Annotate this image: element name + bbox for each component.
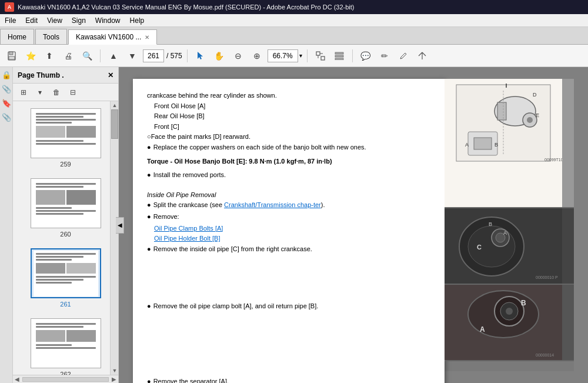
bullet-remove: ● Remove: bbox=[147, 212, 430, 222]
thumb-label-260: 260 bbox=[60, 231, 71, 238]
svg-text:B: B bbox=[489, 221, 492, 227]
main-area: 🔒 📎 🔖 📎 Page Thumb . ✕ ⊞ ▾ 🗑 ⊟ bbox=[0, 67, 588, 383]
scroll-thumb[interactable] bbox=[111, 109, 118, 139]
upload-button[interactable]: ⬆ bbox=[41, 48, 58, 64]
menu-sign[interactable]: Sign bbox=[67, 14, 91, 26]
highlight-button[interactable]: ✏ bbox=[376, 48, 393, 64]
markup-button[interactable] bbox=[395, 48, 412, 64]
share-button[interactable] bbox=[414, 48, 430, 64]
sidebar-header: Page Thumb . ✕ bbox=[13, 67, 118, 84]
document-view[interactable]: crankcase behind the rear cylinder as sh… bbox=[119, 67, 588, 383]
h-scroll-right[interactable]: ▶ bbox=[110, 375, 118, 384]
thumb-delete-button[interactable]: 🗑 bbox=[49, 86, 64, 99]
svg-point-27 bbox=[468, 226, 515, 267]
thumbnail-259[interactable]: 259 bbox=[13, 106, 118, 170]
tab-home-label: Home bbox=[8, 33, 26, 41]
tab-document[interactable]: Kawasaki VN1600 ... ✕ bbox=[68, 29, 157, 45]
bullet-split-crankcase: ● Split the crankcase (see Crankshaft/Tr… bbox=[147, 200, 430, 211]
menu-window[interactable]: Window bbox=[91, 14, 125, 26]
scroll-mode-button[interactable] bbox=[331, 48, 348, 64]
thumb-options-button[interactable]: ▾ bbox=[33, 86, 47, 99]
thumb-replace-button[interactable]: ⊟ bbox=[66, 86, 80, 99]
tab-home[interactable]: Home bbox=[0, 29, 34, 44]
next-page-button[interactable]: ▼ bbox=[124, 48, 141, 64]
thumb-img-262 bbox=[31, 318, 101, 368]
text-crankcase: crankcase behind the rear cylinder as sh… bbox=[147, 91, 430, 101]
bookmarks-icon[interactable]: 🔖 bbox=[1, 98, 12, 108]
zoom-input[interactable] bbox=[268, 49, 298, 62]
h-scroll-left[interactable]: ◀ bbox=[13, 375, 21, 384]
svg-text:A: A bbox=[503, 230, 507, 236]
page-separator: / 575 bbox=[166, 52, 182, 60]
bullet-remove-inside-pipe: ● Remove the inside oil pipe [C] from th… bbox=[147, 244, 430, 255]
text-torque-spec: Torque - Oil Hose Banjo Bolt [E]: 9.8 N·… bbox=[147, 156, 430, 167]
zoom-out-button[interactable]: ⊖ bbox=[230, 48, 246, 64]
page-nav: / 575 bbox=[143, 49, 182, 62]
thumb-label-259: 259 bbox=[60, 161, 71, 168]
signatures-icon[interactable]: 📎 bbox=[1, 112, 12, 122]
bullet-install-ports: ● Install the removed ports. bbox=[147, 170, 430, 181]
cursor-tool[interactable] bbox=[192, 48, 209, 64]
svg-rect-14 bbox=[497, 102, 506, 120]
save-button[interactable] bbox=[4, 48, 20, 64]
thumbnail-261[interactable]: 261 bbox=[13, 246, 118, 310]
thumb-view-button[interactable]: ⊞ bbox=[16, 86, 31, 99]
link-holder-bolt[interactable]: Oil Pipe Holder Bolt [B] bbox=[154, 235, 220, 242]
svg-text:00099T1012 1: 00099T1012 1 bbox=[544, 158, 562, 162]
svg-rect-8 bbox=[335, 52, 343, 54]
svg-point-16 bbox=[527, 117, 533, 123]
link-crankshaft[interactable]: Crankshaft/Transmission chap-ter bbox=[224, 201, 321, 208]
menu-view[interactable]: View bbox=[42, 14, 67, 26]
svg-rect-19 bbox=[474, 138, 492, 149]
svg-text:B: B bbox=[521, 299, 526, 307]
toolbar: ⭐ ⬆ 🖨 🔍 ▲ ▼ / 575 ✋ ⊖ ⊕ ▾ 💬 ✏ bbox=[0, 45, 588, 67]
menu-file[interactable]: File bbox=[0, 14, 21, 26]
svg-text:D: D bbox=[533, 92, 537, 98]
sidebar-collapse-button[interactable]: ◀ bbox=[116, 217, 124, 234]
diagram-image-middle: C A B 00000010 P bbox=[445, 208, 574, 285]
link-clamp-bolts[interactable]: Oil Pipe Clamp Bolts [A] bbox=[154, 225, 223, 232]
page-input[interactable] bbox=[143, 49, 164, 62]
svg-text:E: E bbox=[536, 112, 539, 118]
scroll-down-arrow[interactable]: ▼ bbox=[111, 367, 119, 375]
tab-close-button[interactable]: ✕ bbox=[145, 34, 149, 41]
thumbnail-260[interactable]: 260 bbox=[13, 176, 118, 240]
print-button[interactable]: 🖨 bbox=[60, 48, 76, 64]
doc-text-block: crankcase behind the rear cylinder as sh… bbox=[147, 91, 430, 383]
h-scroll-track[interactable] bbox=[22, 377, 109, 382]
zoom-in-button[interactable]: ⊕ bbox=[249, 48, 265, 64]
svg-text:A: A bbox=[465, 142, 469, 148]
text-oil-pipe-holder: Oil Pipe Holder Bolt [B] bbox=[147, 234, 430, 244]
menu-edit[interactable]: Edit bbox=[21, 14, 42, 26]
svg-text:00000010 P: 00000010 P bbox=[536, 275, 558, 279]
svg-rect-4 bbox=[316, 52, 320, 55]
svg-rect-5 bbox=[321, 56, 325, 60]
comment-button[interactable]: 💬 bbox=[358, 48, 374, 64]
tab-document-label: Kawasaki VN1600 ... bbox=[76, 33, 141, 41]
svg-rect-9 bbox=[335, 55, 343, 57]
text-front-oil-hose: Front Oil Hose [A] bbox=[147, 101, 430, 112]
fit-page-button[interactable] bbox=[312, 48, 329, 64]
bullet-remove-clamp: ● Remove the oil pipe clamp bolt [A], an… bbox=[147, 301, 430, 312]
menu-bar: File Edit View Sign Window Help bbox=[0, 14, 588, 27]
bookmark-button[interactable]: ⭐ bbox=[22, 48, 39, 64]
thumbnail-262[interactable]: 262 bbox=[13, 316, 118, 375]
thumb-img-260 bbox=[31, 178, 101, 228]
text-rear-oil-hose: Rear Oil Hose [B] bbox=[147, 111, 430, 122]
scroll-up-arrow[interactable]: ▲ bbox=[111, 101, 119, 109]
search-button[interactable]: 🔍 bbox=[79, 48, 95, 64]
menu-help[interactable]: Help bbox=[125, 14, 149, 26]
left-icon-strip: 🔒 📎 🔖 📎 bbox=[0, 67, 13, 383]
sidebar-toolbar: ⊞ ▾ 🗑 ⊟ bbox=[13, 84, 118, 101]
sidebar-scrollbar[interactable]: ▲ ▼ bbox=[110, 101, 118, 375]
tab-bar: Home Tools Kawasaki VN1600 ... ✕ bbox=[0, 27, 588, 45]
thumbnail-list: 259 bbox=[13, 101, 118, 375]
svg-text:B: B bbox=[495, 142, 498, 148]
sidebar-close-button[interactable]: ✕ bbox=[108, 71, 113, 79]
sidebar-title: Page Thumb . bbox=[18, 71, 64, 79]
tab-tools[interactable]: Tools bbox=[35, 29, 67, 44]
prev-page-button[interactable]: ▲ bbox=[105, 48, 122, 64]
zoom-dropdown-btn[interactable]: ▾ bbox=[299, 52, 302, 59]
attachments-icon[interactable]: 📎 bbox=[1, 84, 12, 94]
hand-tool[interactable]: ✋ bbox=[211, 48, 228, 64]
